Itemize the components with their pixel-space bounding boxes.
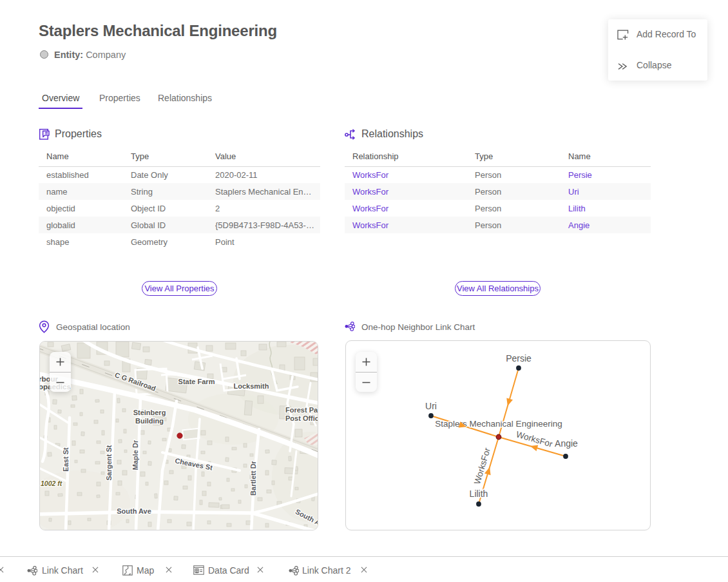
svg-text:State Farm: State Farm [178, 378, 215, 385]
svg-text:Forest Park: Forest Park [285, 406, 318, 414]
svg-text:Building: Building [135, 417, 164, 425]
svg-text:Uri: Uri [425, 401, 437, 411]
svg-text:Bartlett Dr: Bartlett Dr [249, 460, 257, 496]
svg-text:Lilith: Lilith [470, 489, 488, 499]
svg-text:Staplers Mechanical Engineerin: Staplers Mechanical Engineering [435, 419, 562, 429]
svg-text:Steinberg: Steinberg [133, 409, 166, 416]
svg-text:1002 ft: 1002 ft [41, 480, 62, 487]
svg-text:WorksFor: WorksFor [472, 447, 492, 486]
svg-text:Locksmith: Locksmith [233, 382, 269, 390]
svg-text:Maple Dr: Maple Dr [131, 440, 139, 470]
svg-text:Persie: Persie [506, 353, 532, 364]
svg-text:Post Office: Post Office [285, 414, 318, 422]
svg-text:South Ave: South Ave [117, 507, 151, 515]
svg-text:Sargent St: Sargent St [105, 445, 113, 480]
svg-text:East St: East St [62, 447, 70, 472]
svg-text:Angie: Angie [555, 438, 578, 449]
